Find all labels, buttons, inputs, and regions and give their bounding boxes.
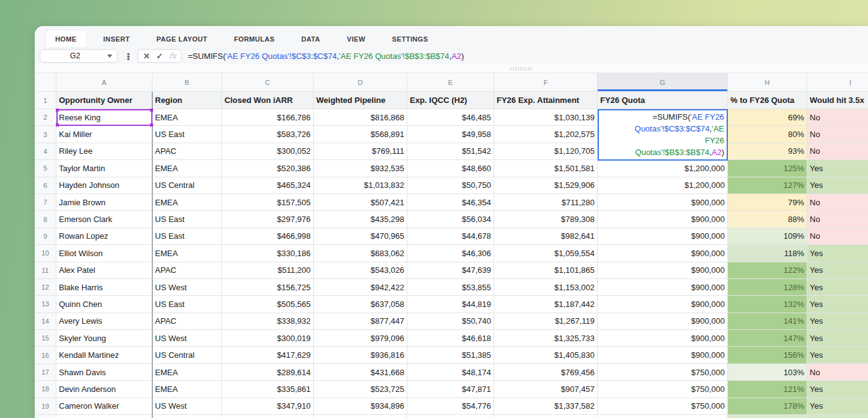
cell-h13[interactable]: 132%: [728, 296, 807, 313]
cell-ix[interactable]: [807, 415, 868, 418]
ribbon-tab-view[interactable]: VIEW: [337, 30, 374, 47]
cell-f12[interactable]: $1,153,002: [494, 279, 598, 296]
formula-input[interactable]: =SUMIFS('AE FY26 Quotas'!$C$3:$C$74,'AE …: [188, 51, 863, 61]
cell-f3[interactable]: $1,202,575: [494, 126, 598, 143]
cell-fx[interactable]: [494, 415, 598, 418]
cell-c19[interactable]: $347,910: [222, 398, 314, 415]
cell-d11[interactable]: $543,026: [314, 262, 407, 279]
cell-g18[interactable]: $750,000: [598, 381, 728, 398]
cell-d18[interactable]: $523,725: [314, 381, 407, 398]
cell-f5[interactable]: $1,501,581: [494, 160, 598, 177]
cell-b11[interactable]: APAC: [153, 262, 222, 279]
row-header-2[interactable]: 2: [35, 109, 56, 126]
cell-e18[interactable]: $47,871: [407, 381, 494, 398]
cell-c11[interactable]: $511,200: [222, 262, 314, 279]
header-cell-h1[interactable]: % to FY26 Quota: [728, 92, 807, 109]
cell-e13[interactable]: $44,819: [407, 296, 494, 313]
select-all-corner[interactable]: [35, 73, 56, 92]
row-header-18[interactable]: 18: [35, 381, 56, 398]
cell-h7[interactable]: 79%: [728, 194, 807, 211]
cell-g5[interactable]: $1,200,000: [598, 160, 728, 177]
row-header-blank[interactable]: [35, 415, 56, 418]
cell-d16[interactable]: $936,816: [314, 347, 407, 363]
cell-c16[interactable]: $417,629: [222, 347, 314, 363]
cell-d17[interactable]: $431,668: [314, 364, 407, 381]
cell-i18[interactable]: Yes: [807, 381, 868, 398]
row-header-17[interactable]: 17: [35, 364, 56, 381]
ribbon-tab-home[interactable]: HOME: [46, 30, 86, 47]
cell-b8[interactable]: US East: [153, 211, 222, 228]
drag-handle-icon[interactable]: [510, 67, 532, 71]
cell-a13[interactable]: Quinn Chen: [56, 296, 153, 313]
cell-h15[interactable]: 147%: [728, 330, 807, 347]
column-header-b[interactable]: B: [153, 73, 222, 92]
cell-a6[interactable]: Hayden Johnson: [56, 177, 153, 194]
cell-c14[interactable]: $338,932: [222, 313, 314, 330]
cell-a8[interactable]: Emerson Clark: [56, 211, 153, 228]
cancel-formula-icon[interactable]: ✕: [143, 51, 150, 61]
cell-i3[interactable]: No: [807, 126, 868, 143]
cell-d10[interactable]: $683,062: [314, 245, 407, 262]
row-header-7[interactable]: 7: [35, 194, 56, 211]
cell-a9[interactable]: Rowan Lopez: [56, 228, 153, 245]
header-cell-b1[interactable]: Region: [153, 92, 222, 109]
row-header-5[interactable]: 5: [35, 160, 56, 177]
cell-g11[interactable]: $900,000: [598, 262, 728, 279]
cell-i17[interactable]: No: [807, 364, 868, 381]
column-header-a[interactable]: A: [56, 73, 153, 92]
name-box[interactable]: G2: [40, 49, 118, 63]
cell-d12[interactable]: $942,422: [314, 279, 407, 296]
row-header-13[interactable]: 13: [35, 296, 56, 313]
cell-b15[interactable]: US West: [153, 330, 222, 347]
cell-h3[interactable]: 80%: [728, 126, 807, 143]
cell-a15[interactable]: Skyler Young: [56, 330, 153, 347]
cell-e15[interactable]: $46,618: [407, 330, 494, 347]
cell-a16[interactable]: Kendall Martinez: [56, 347, 153, 363]
cell-i7[interactable]: No: [807, 194, 868, 211]
cell-g10[interactable]: $900,000: [598, 245, 728, 262]
cell-i11[interactable]: Yes: [807, 262, 868, 279]
cell-d2[interactable]: $816,868: [314, 109, 407, 126]
cell-ex[interactable]: [407, 415, 494, 418]
cell-g19[interactable]: $750,000: [598, 398, 728, 415]
column-header-h[interactable]: H: [728, 73, 807, 92]
cell-a10[interactable]: Elliot Wilson: [56, 245, 153, 262]
row-header-6[interactable]: 6: [35, 177, 56, 194]
cell-a19[interactable]: Cameron Walker: [56, 398, 153, 415]
column-header-c[interactable]: C: [222, 73, 314, 92]
cell-i13[interactable]: Yes: [807, 296, 868, 313]
row-header-16[interactable]: 16: [35, 347, 56, 363]
cell-i10[interactable]: Yes: [807, 245, 868, 262]
cell-h8[interactable]: 88%: [728, 211, 807, 228]
cell-h10[interactable]: 118%: [728, 245, 807, 262]
cell-c3[interactable]: $583,726: [222, 126, 314, 143]
cell-g13[interactable]: $900,000: [598, 296, 728, 313]
cell-e4[interactable]: $51,542: [407, 143, 494, 160]
cell-i6[interactable]: Yes: [807, 177, 868, 194]
cell-d8[interactable]: $435,298: [314, 211, 407, 228]
header-cell-g1[interactable]: FY26 Quota: [598, 92, 728, 109]
cell-c10[interactable]: $330,186: [222, 245, 314, 262]
cell-f10[interactable]: $1,059,554: [494, 245, 598, 262]
column-header-e[interactable]: E: [407, 73, 494, 92]
row-header-12[interactable]: 12: [35, 279, 56, 296]
cell-i9[interactable]: No: [807, 228, 868, 245]
ribbon-tab-formulas[interactable]: FORMULAS: [224, 30, 284, 47]
cell-h2[interactable]: 69%: [728, 109, 807, 126]
cell-f11[interactable]: $1,101,865: [494, 262, 598, 279]
cell-g17[interactable]: $750,000: [598, 364, 728, 381]
cell-e19[interactable]: $54,776: [407, 398, 494, 415]
cell-h11[interactable]: 122%: [728, 262, 807, 279]
column-header-d[interactable]: D: [314, 73, 407, 92]
cell-e8[interactable]: $56,034: [407, 211, 494, 228]
row-header-10[interactable]: 10: [35, 245, 56, 262]
cell-i16[interactable]: Yes: [807, 347, 868, 363]
cell-d5[interactable]: $932,535: [314, 160, 407, 177]
ribbon-tab-insert[interactable]: INSERT: [94, 30, 140, 47]
cell-f16[interactable]: $1,405,830: [494, 347, 598, 363]
cell-b13[interactable]: US East: [153, 296, 222, 313]
cell-i15[interactable]: Yes: [807, 330, 868, 347]
cell-ax[interactable]: [56, 415, 153, 418]
cell-f18[interactable]: $907,457: [494, 381, 598, 398]
cell-b3[interactable]: US East: [153, 126, 222, 143]
